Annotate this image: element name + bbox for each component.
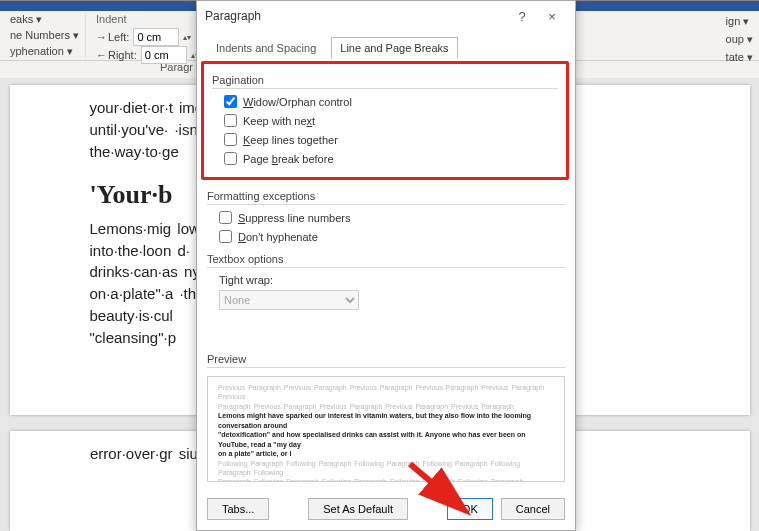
indent-left-input[interactable] — [133, 28, 179, 46]
rotate-button[interactable]: tate ▾ — [726, 51, 753, 64]
cancel-button[interactable]: Cancel — [501, 498, 565, 520]
indent-left-label: Left: — [108, 31, 129, 43]
checkbox-keep-lines-together[interactable]: Keep lines together — [224, 133, 558, 146]
align-button[interactable]: ign ▾ — [726, 15, 750, 28]
close-button[interactable]: × — [537, 9, 567, 24]
checkbox-widow-orphan[interactable]: Widow/Orphan control — [224, 95, 558, 108]
tabs-button[interactable]: Tabs... — [207, 498, 269, 520]
checkbox-label: Page break before — [243, 153, 334, 165]
section-pagination-label: Pagination — [212, 74, 558, 86]
indent-right-input[interactable] — [141, 46, 187, 64]
checkbox-input[interactable] — [224, 95, 237, 108]
ribbon-group-arrange: ign ▾ oup ▾ tate ▾ — [726, 13, 753, 65]
tight-wrap-label: Tight wrap: — [219, 274, 273, 286]
section-preview-label: Preview — [207, 353, 565, 365]
dialog-button-row: Tabs... Set As Default OK Cancel — [197, 492, 575, 530]
section-formatting-exceptions-label: Formatting exceptions — [207, 190, 565, 202]
line-numbers-button[interactable]: ne Numbers ▾ — [10, 29, 79, 42]
indent-right-label: Right: — [108, 49, 137, 61]
checkbox-label: Keep with next — [243, 115, 315, 127]
indent-group-label: Indent — [96, 13, 127, 25]
dialog-tabs: Indents and Spacing Line and Page Breaks — [207, 37, 565, 59]
preview-grey-line: Previous Paragraph Previous Paragraph Pr… — [218, 383, 554, 402]
checkbox-input[interactable] — [224, 114, 237, 127]
checkbox-label: Suppress line numbers — [238, 212, 351, 224]
help-button[interactable]: ? — [507, 9, 537, 24]
checkbox-input[interactable] — [219, 230, 232, 243]
set-as-default-button[interactable]: Set As Default — [308, 498, 408, 520]
preview-sample-line: "detoxification" and how specialised dri… — [218, 430, 554, 449]
breaks-button[interactable]: eaks ▾ — [10, 13, 42, 26]
checkbox-input[interactable] — [219, 211, 232, 224]
tight-wrap-select[interactable]: None — [219, 290, 359, 310]
checkbox-input[interactable] — [224, 152, 237, 165]
ribbon-group-indent: Indent → Left: ▴▾ ← Right: ▴▾ — [90, 13, 206, 58]
preview-sample-line: on a plate" article, or l — [218, 449, 554, 458]
checkbox-suppress-line-numbers[interactable]: Suppress line numbers — [219, 211, 565, 224]
ribbon-group-pagesetup: eaks ▾ ne Numbers ▾ yphenation ▾ — [4, 13, 86, 58]
checkbox-label: Keep lines together — [243, 134, 338, 146]
checkbox-label: Widow/Orphan control — [243, 96, 352, 108]
preview-grey-line: Following Paragraph Following Paragraph … — [218, 459, 554, 478]
checkbox-page-break-before[interactable]: Page break before — [224, 152, 558, 165]
group-button[interactable]: oup ▾ — [726, 33, 753, 46]
checkbox-dont-hyphenate[interactable]: Don't hyphenate — [219, 230, 565, 243]
checkbox-keep-with-next[interactable]: Keep with next — [224, 114, 558, 127]
preview-grey-line: Paragraph Following Paragraph Following … — [218, 477, 554, 482]
tab-label: Indents and Spacing — [216, 42, 316, 54]
paragraph-dialog: Paragraph ? × Indents and Spacing Line a… — [196, 0, 576, 531]
spinner-icon[interactable]: ▴▾ — [183, 33, 191, 42]
checkbox-input[interactable] — [224, 133, 237, 146]
preview-box: Previous Paragraph Previous Paragraph Pr… — [207, 376, 565, 482]
preview-sample-line: Lemons might have sparked our interest i… — [218, 411, 554, 430]
dialog-titlebar: Paragraph ? × — [197, 1, 575, 31]
preview-grey-line: Paragraph Previous Paragraph Previous Pa… — [218, 402, 554, 411]
tab-indents-spacing[interactable]: Indents and Spacing — [207, 37, 325, 59]
section-textbox-options-label: Textbox options — [207, 253, 565, 265]
dialog-title: Paragraph — [205, 9, 507, 23]
tab-line-page-breaks[interactable]: Line and Page Breaks — [331, 37, 457, 59]
tab-label: Line and Page Breaks — [340, 42, 448, 54]
checkbox-label: Don't hyphenate — [238, 231, 318, 243]
hyphenation-button[interactable]: yphenation ▾ — [10, 45, 73, 58]
highlight-annotation: Pagination Widow/Orphan control Keep wit… — [201, 61, 569, 180]
ok-button[interactable]: OK — [447, 498, 493, 520]
